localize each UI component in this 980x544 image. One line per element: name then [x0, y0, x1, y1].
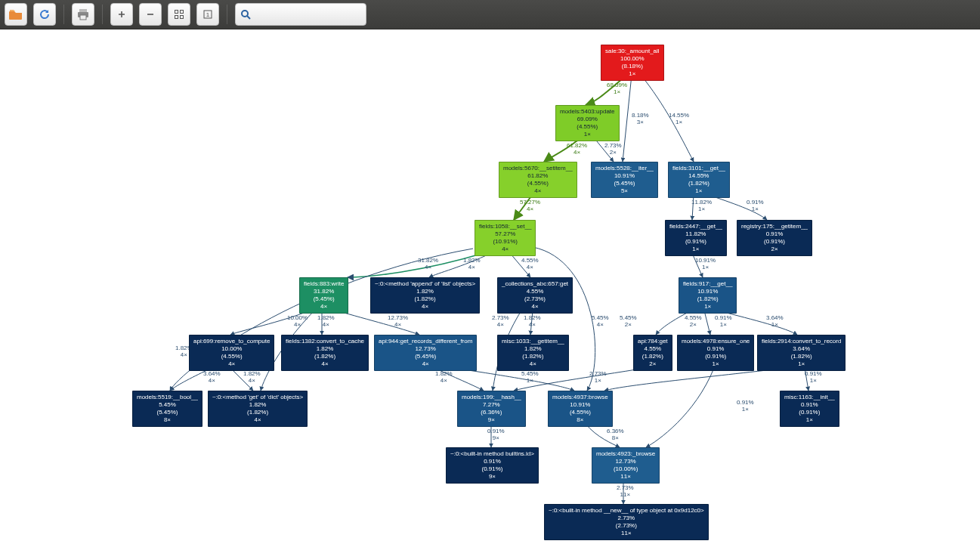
edge-label: 0.91%1× [747, 199, 764, 213]
open-file-icon [9, 8, 23, 20]
zoom-fit-icon [174, 9, 184, 20]
edge-label: 0.91%1× [805, 371, 822, 385]
edge-label: 57.27%4× [520, 199, 540, 213]
edge-label: 0.91%9× [487, 428, 505, 442]
node-iter[interactable]: models:5528:__iter__10.91%(5.45%)5× [591, 162, 658, 198]
node-builtin-id[interactable]: ~:0:<built-in method builtins.id>0.91%(0… [446, 447, 539, 484]
search-input[interactable] [255, 5, 372, 24]
zoom-reset-icon: 1 [202, 9, 213, 20]
svg-rect-6 [181, 16, 184, 19]
node-get-records[interactable]: api:944:get_records_different_from12.73%… [374, 335, 477, 371]
separator [63, 5, 64, 24]
node-convert-record[interactable]: fields:2914:convert_to_record3.64%(1.82%… [757, 335, 846, 371]
edge-label: 3.64%4× [203, 371, 221, 385]
svg-point-9 [242, 11, 248, 17]
refresh-button[interactable] [33, 3, 56, 26]
edge-label: 4.55%4× [521, 258, 539, 271]
zoom-reset-button[interactable]: 1 [196, 3, 219, 26]
edge-label: 1.82%4× [435, 371, 453, 385]
edge-label: 31.82%4× [418, 258, 438, 271]
toolbar: 1 [0, 0, 980, 29]
node-remove-to-compute[interactable]: api:699:remove_to_compute10.00%(4.55%)4× [189, 335, 274, 371]
edge-label: 5.45%2× [620, 315, 637, 329]
node-misc-getitem[interactable]: misc:1033:__getitem__1.82%(1.82%)4× [497, 335, 569, 371]
zoom-in-button[interactable] [110, 3, 133, 26]
separator [227, 5, 227, 24]
edge-label: 1.82%4× [524, 315, 541, 329]
edge-label: 1.82%4× [317, 315, 335, 329]
node-setitem[interactable]: models:5670:__setitem__61.82%(4.55%)4× [499, 162, 577, 198]
edge-label: 1.82%4× [463, 258, 481, 271]
svg-rect-2 [80, 15, 86, 20]
svg-rect-5 [175, 16, 178, 19]
edge-label: 2.73%1× [589, 371, 607, 385]
edge-label: 2.73%11× [617, 485, 634, 499]
node-hash[interactable]: models:199:__hash__7.27%(6.36%)9× [457, 391, 526, 427]
svg-rect-3 [175, 11, 178, 14]
node-append[interactable]: ~:0:<method 'append' of 'list' objects>1… [370, 277, 480, 314]
svg-rect-0 [79, 9, 87, 12]
refresh-icon [39, 8, 51, 20]
node-bool[interactable]: models:5519:__bool__5.45%(5.45%)8× [132, 391, 202, 427]
node-api-get[interactable]: api:784:get4.55%(1.82%)2× [633, 335, 672, 371]
svg-text:1: 1 [206, 11, 210, 18]
edge-label: 10.00%4× [287, 315, 308, 329]
edge-label: 10.91%1× [695, 258, 716, 271]
edge-label: 4.55%2× [685, 315, 702, 329]
node-private-browse[interactable]: models:4923:_browse12.73%(10.00%)11× [592, 447, 660, 484]
edge-label: 2.73%2× [604, 143, 622, 156]
call-graph[interactable]: 68.09%1× 8.18%3× 14.55%1× 61.82%4× 2.73%… [0, 29, 980, 544]
node-abc-get[interactable]: _collections_abc:657:get4.55%(2.73%)4× [497, 277, 573, 314]
edge-label: 0.91%1× [715, 315, 732, 329]
edge-label: 6.36%8× [607, 428, 624, 442]
node-new[interactable]: ~:0:<built-in method __new__ of type obj… [544, 504, 709, 540]
node-dict-get[interactable]: ~:0:<method 'get' of 'dict' objects>1.82… [208, 391, 308, 427]
print-icon [77, 8, 89, 20]
node-set[interactable]: fields:1058:__set__57.27%(10.91%)4× [475, 220, 536, 256]
edge-label: 1.82%4× [243, 371, 261, 385]
node-write[interactable]: fields:883:write31.82%(5.45%)4× [299, 277, 348, 314]
edge-label: 5.45%4× [592, 315, 609, 329]
separator [102, 5, 103, 24]
edge-label: 5.45%1× [521, 371, 539, 385]
node-registry[interactable]: registry:175:__getitem__0.91%(0.91%)2× [737, 220, 812, 256]
search-icon [240, 9, 251, 20]
node-get2447[interactable]: fields:2447:__get__11.82%(0.91%)1× [665, 220, 727, 256]
node-convert-cache[interactable]: fields:1382:convert_to_cache1.82%(1.82%)… [281, 335, 369, 371]
edge-label: 2.73%4× [492, 315, 509, 329]
node-misc-init[interactable]: misc:1163:__init__0.91%(0.91%)1× [780, 391, 839, 427]
edge-label: 3.64%1× [766, 315, 784, 329]
search-box[interactable] [235, 3, 366, 26]
node-get917[interactable]: fields:917:__get__10.91%(1.82%)1× [679, 277, 737, 314]
node-ensure-one[interactable]: models:4978:ensure_one0.91%(0.91%)1× [677, 335, 754, 371]
zoom-out-button[interactable] [139, 3, 162, 26]
print-button[interactable] [72, 3, 94, 26]
edge-label: 12.73%4× [388, 315, 408, 329]
node-browse[interactable]: models:4937:browse10.91%(4.55%)8× [548, 391, 613, 427]
edge-label: 61.82%4× [567, 143, 587, 156]
open-file-button[interactable] [5, 3, 27, 26]
edge-label: 8.18%3× [632, 113, 649, 126]
zoom-out-icon [145, 9, 156, 20]
edge-label: 14.55%1× [669, 113, 689, 126]
node-update[interactable]: models:5403:update69.09%(4.55%)1× [555, 105, 620, 141]
node-root[interactable]: sale:30:_amount_all100.00%(8.18%)1× [601, 45, 664, 81]
edge-label: 11.82%1× [691, 199, 712, 213]
edge-label: 0.91%1× [737, 400, 754, 413]
zoom-in-icon [116, 9, 127, 20]
svg-rect-4 [181, 11, 184, 14]
node-get3101[interactable]: fields:3101:__get__14.55%(1.82%)1× [668, 162, 730, 198]
zoom-fit-button[interactable] [168, 3, 190, 26]
edge-label: 68.09%1× [607, 82, 627, 96]
